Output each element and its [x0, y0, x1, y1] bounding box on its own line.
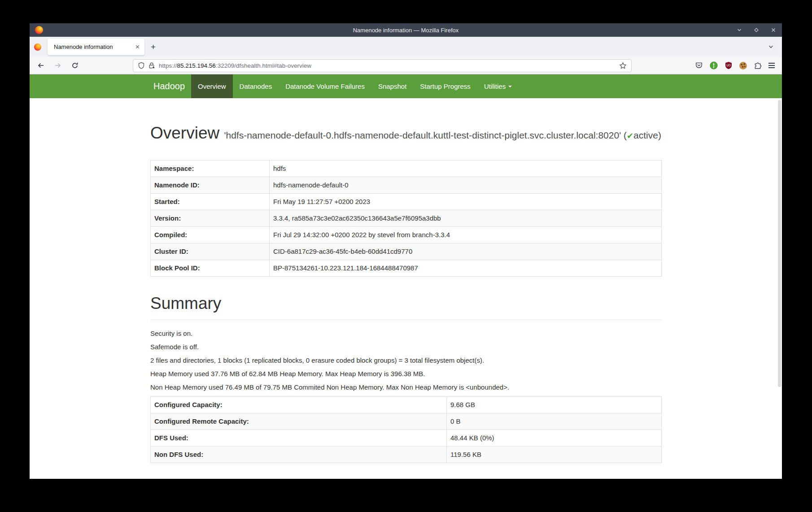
desktop: { "browser": { "titlebar": { "title": "N…	[0, 0, 812, 512]
active-check-icon: ✔	[627, 131, 633, 140]
page-content: Overview 'hdfs-namenode-default-0.hdfs-n…	[30, 98, 782, 479]
row-label: Configured Capacity:	[151, 397, 447, 413]
row-value: hdfs	[270, 161, 662, 177]
new-tab-button[interactable]: +	[151, 43, 156, 51]
table-row: Configured Remote Capacity: 0 B	[151, 413, 662, 430]
navbar-item-label: Snapshot	[378, 82, 406, 90]
tab-strip: Namenode information +	[30, 37, 782, 57]
navbar-item-label: Startup Progress	[420, 82, 471, 90]
summary-line: Safemode is off.	[150, 343, 662, 351]
ublock-origin-icon[interactable]: UO	[725, 61, 733, 69]
table-row: Compiled: Fri Jul 29 14:32:00 +0200 2022…	[151, 227, 662, 243]
summary-paragraphs: Security is on. Safemode is off. 2 files…	[150, 329, 662, 392]
row-value: Fri May 19 11:27:57 +0200 2023	[270, 194, 662, 210]
close-icon[interactable]	[770, 27, 777, 33]
row-value: 3.3.4, ra585a73c3e02ac62350c136643a5e7f6…	[270, 210, 662, 227]
row-value: 0 B	[447, 413, 662, 430]
navbar-item-label: Datanode Volume Failures	[285, 82, 365, 90]
row-value: 48.44 KB (0%)	[447, 430, 662, 447]
navbar-item[interactable]: Snapshot	[371, 74, 413, 98]
row-label: Compiled:	[151, 227, 270, 243]
row-label: Namespace:	[151, 161, 270, 177]
svg-text:UO: UO	[726, 64, 731, 67]
lock-warning-icon[interactable]	[148, 62, 156, 69]
navbar-item[interactable]: Startup Progress	[413, 74, 477, 98]
row-label: Namenode ID:	[151, 177, 270, 194]
row-value: CID-6a817c29-ac36-45fc-b4eb-60dd41cd9770	[270, 243, 662, 260]
reload-icon[interactable]	[69, 62, 81, 69]
summary-line: 2 files and directories, 1 blocks (1 rep…	[150, 356, 662, 365]
firefox-logo-icon	[35, 26, 43, 34]
summary-line: Heap Memory used 37.76 MB of 62.84 MB He…	[150, 369, 662, 378]
table-row: Cluster ID: CID-6a817c29-ac36-45fc-b4eb-…	[151, 243, 662, 260]
firefox-window: Namenode information — Mozilla Firefox N…	[30, 23, 782, 479]
table-row: DFS Used: 48.44 KB (0%)	[151, 430, 662, 447]
capacity-table: Configured Capacity: 9.68 GB Configured …	[150, 396, 662, 463]
url-bar[interactable]: https://85.215.194.56:32209/dfshealth.ht…	[133, 59, 632, 72]
row-label: Started:	[151, 194, 270, 210]
list-tabs-chevron-icon[interactable]	[768, 44, 774, 50]
navbar-item-label: Datanodes	[240, 82, 272, 90]
table-row: Namenode ID: hdfs-namenode-default-0	[151, 177, 662, 194]
window-title: Namenode information — Mozilla Firefox	[30, 27, 782, 34]
summary-line: Non Heap Memory used 76.49 MB of 79.75 M…	[150, 383, 662, 392]
pocket-icon[interactable]	[695, 61, 703, 69]
row-value: 9.68 GB	[447, 397, 662, 413]
navbar-item-label: Utilities	[484, 82, 506, 90]
browser-tab[interactable]: Namenode information	[48, 39, 144, 55]
row-value: Fri Jul 29 14:32:00 +0200 2022 by stevel…	[270, 227, 662, 243]
row-label: Block Pool ID:	[151, 260, 270, 277]
window-titlebar: Namenode information — Mozilla Firefox	[30, 23, 782, 37]
maximize-icon[interactable]	[753, 27, 760, 33]
privacy-extension-icon[interactable]	[710, 61, 718, 69]
firefox-icon	[34, 43, 41, 51]
tab-close-icon[interactable]	[135, 44, 140, 49]
navbar-item[interactable]: Datanodes	[233, 74, 279, 98]
forward-icon[interactable]	[52, 62, 64, 69]
extensions-puzzle-icon[interactable]	[754, 61, 762, 69]
summary-line: Security is on.	[150, 329, 662, 338]
divider	[150, 320, 662, 320]
hadoop-brand[interactable]: Hadoop	[153, 74, 185, 98]
hadoop-navbar: Hadoop Overview Datanodes Datanode Volum…	[30, 74, 782, 98]
table-row: Non DFS Used: 119.56 KB	[151, 447, 662, 463]
table-row: Block Pool ID: BP-875134261-10.223.121.1…	[151, 260, 662, 277]
shield-icon[interactable]	[138, 62, 145, 69]
scrollbar-thumb[interactable]	[778, 100, 781, 387]
minimize-icon[interactable]	[736, 27, 742, 33]
url-text: https://85.215.194.56:32209/dfshealth.ht…	[159, 62, 311, 69]
table-row: Version: 3.3.4, ra585a73c3e02ac62350c136…	[151, 210, 662, 227]
table-row: Configured Capacity: 9.68 GB	[151, 397, 662, 413]
navbar-item[interactable]: Overview	[191, 74, 233, 98]
namenode-info-table: Namespace: hdfs Namenode ID: hdfs-nameno…	[150, 160, 662, 277]
row-label: Non DFS Used:	[151, 447, 447, 463]
menu-hamburger-icon[interactable]	[768, 63, 775, 68]
scrollbar[interactable]	[777, 98, 781, 479]
navbar-item[interactable]: Utilities	[477, 74, 519, 98]
cookie-extension-icon[interactable]	[739, 62, 747, 69]
row-label: DFS Used:	[151, 430, 447, 447]
navbar-item[interactable]: Datanode Volume Failures	[279, 74, 371, 98]
back-icon[interactable]	[35, 62, 47, 69]
tab-title: Namenode information	[54, 43, 135, 50]
summary-heading: Summary	[150, 294, 662, 313]
navbar-items: Overview Datanodes Datanode Volume Failu…	[191, 74, 519, 98]
table-row: Namespace: hdfs	[151, 161, 662, 177]
bookmark-star-icon[interactable]	[619, 62, 627, 69]
namenode-address: 'hdfs-namenode-default-0.hdfs-namenode-d…	[224, 130, 661, 140]
table-row: Started: Fri May 19 11:27:57 +0200 2023	[151, 194, 662, 210]
navbar-item-label: Overview	[198, 82, 226, 90]
row-value: BP-875134261-10.223.121.184-168448847098…	[270, 260, 662, 277]
browser-toolbar: https://85.215.194.56:32209/dfshealth.ht…	[30, 57, 782, 74]
row-value: 119.56 KB	[447, 447, 662, 463]
row-label: Version:	[151, 210, 270, 227]
row-value: hdfs-namenode-default-0	[270, 177, 662, 194]
overview-heading: Overview 'hdfs-namenode-default-0.hdfs-n…	[150, 123, 662, 145]
caret-down-icon	[508, 86, 512, 87]
row-label: Cluster ID:	[151, 243, 270, 260]
row-label: Configured Remote Capacity:	[151, 413, 447, 430]
